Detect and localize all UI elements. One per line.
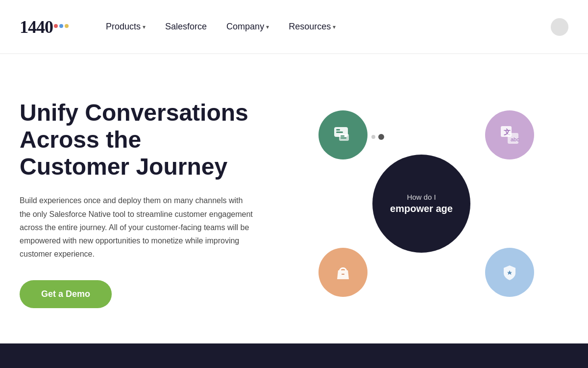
center-question: How do I — [407, 193, 436, 201]
shield-icon-circle — [485, 248, 534, 297]
svg-rect-1 — [336, 129, 340, 131]
logo-dot-1 — [54, 24, 58, 28]
nav-links: Products ▾ Salesforce Company ▾ Resource… — [98, 18, 551, 36]
nav-right — [551, 18, 568, 36]
logo-dots — [54, 24, 69, 28]
navbar: 1440 Products ▾ Salesforce Company ▾ Res… — [0, 0, 588, 54]
svg-text:abc: abc — [511, 136, 519, 142]
nav-label-products: Products — [106, 22, 141, 32]
nav-item-resources[interactable]: Resources ▾ — [281, 18, 343, 36]
dot-medium-1 — [378, 134, 384, 140]
hero-visual: 文 abc — [274, 83, 568, 324]
hero-section: Unify Conversations Across the Customer … — [0, 54, 588, 343]
visual-container: 文 abc — [299, 101, 544, 307]
dot-small-1 — [371, 135, 375, 139]
nav-label-salesforce: Salesforce — [165, 22, 207, 32]
center-circle: How do I empower age — [372, 155, 470, 253]
chevron-down-icon-products: ▾ — [143, 24, 146, 30]
chat-icon-circle — [318, 110, 368, 159]
logo-dot-2 — [59, 24, 63, 28]
svg-rect-2 — [336, 131, 343, 133]
translate-icon-circle: 文 abc — [485, 110, 534, 159]
svg-rect-5 — [341, 137, 346, 139]
nav-label-resources: Resources — [289, 22, 331, 32]
nav-avatar[interactable] — [551, 18, 568, 36]
hero-title: Unify Conversations Across the Customer … — [20, 99, 255, 181]
nav-item-products[interactable]: Products ▾ — [98, 18, 153, 36]
chevron-down-icon-company: ▾ — [266, 24, 269, 30]
bag-icon-circle — [318, 248, 368, 297]
logo-text: 1440 — [20, 17, 53, 37]
center-main: empower age — [390, 203, 453, 214]
svg-rect-4 — [341, 135, 344, 137]
get-demo-button[interactable]: Get a Demo — [20, 280, 112, 308]
footer-bar — [0, 343, 588, 368]
hero-left: Unify Conversations Across the Customer … — [20, 99, 274, 309]
logo-dot-3 — [65, 24, 69, 28]
svg-rect-10 — [342, 274, 344, 275]
hero-description: Build experiences once and deploy them o… — [20, 194, 255, 261]
dot-connector-top — [371, 134, 384, 140]
nav-item-company[interactable]: Company ▾ — [219, 18, 277, 36]
nav-item-salesforce[interactable]: Salesforce — [157, 18, 215, 36]
logo[interactable]: 1440 — [20, 17, 69, 37]
nav-label-company: Company — [226, 22, 264, 32]
chevron-down-icon-resources: ▾ — [333, 24, 336, 30]
